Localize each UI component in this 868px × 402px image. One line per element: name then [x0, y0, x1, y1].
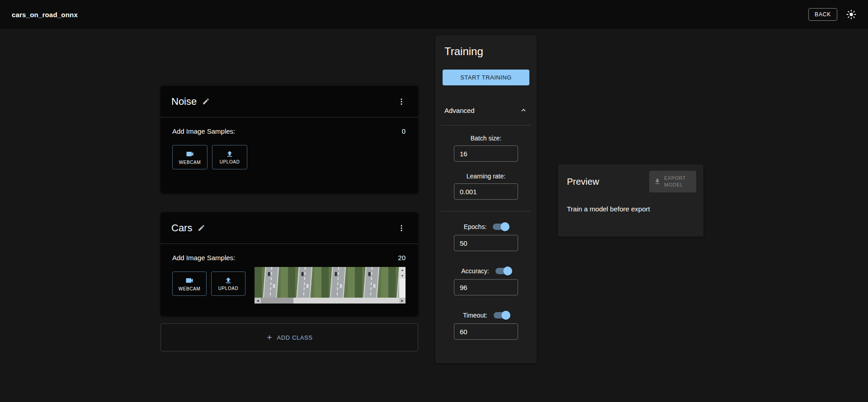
epochs-input[interactable]: [454, 235, 518, 251]
upload-button-label: UPLOAD: [218, 286, 239, 291]
samples-row: Add Image Samples: 0: [172, 127, 406, 135]
advanced-section-toggle[interactable]: Advanced: [435, 106, 537, 114]
horizontal-scrollbar[interactable]: ◀ ▶: [255, 298, 406, 304]
add-class-button[interactable]: ADD CLASS: [160, 323, 418, 351]
start-training-button[interactable]: START TRAINING: [443, 70, 529, 85]
epochs-row: Epochs:: [435, 221, 537, 232]
brightness-icon[interactable]: [846, 9, 856, 19]
accuracy-row: Accuracy:: [435, 266, 537, 276]
timeout-row: Timeout:: [435, 310, 537, 321]
top-bar: cars_on_road_onnx BACK: [0, 0, 868, 29]
kebab-menu-icon[interactable]: [396, 96, 407, 108]
export-label-line2: MODEL: [664, 182, 683, 187]
back-button[interactable]: BACK: [808, 8, 837, 21]
timeout-toggle[interactable]: [494, 312, 509, 318]
training-title: Training: [435, 35, 537, 58]
webcam-button-label: WEBCAM: [179, 160, 201, 165]
learning-rate-label: Learning rate:: [435, 173, 537, 180]
timeout-label: Timeout:: [463, 312, 487, 319]
accuracy-toggle[interactable]: [495, 268, 511, 274]
upload-button[interactable]: UPLOAD: [212, 145, 247, 169]
class-card-noise: Noise Add Image Samples: 0 WEBCAM: [160, 86, 418, 193]
scroll-down-arrow-icon[interactable]: ▼: [399, 273, 406, 279]
scroll-left-arrow-icon[interactable]: ◀: [255, 298, 261, 304]
webcam-button-label: WEBCAM: [179, 286, 201, 291]
batch-size-label: Batch size:: [435, 135, 537, 142]
webcam-button[interactable]: WEBCAM: [172, 271, 207, 296]
divider: [441, 125, 531, 126]
export-label-line1: EXPORT: [664, 175, 686, 181]
samples-count: 0: [402, 127, 406, 135]
download-icon: [654, 178, 661, 185]
add-class-label: ADD CLASS: [277, 334, 312, 341]
samples-count: 20: [398, 254, 406, 262]
preview-hint: Train a model before export: [558, 192, 703, 213]
training-panel: Training START TRAINING Advanced Batch s…: [435, 35, 537, 363]
sample-thumbnail: [355, 267, 388, 298]
add-icon: [266, 334, 273, 341]
videocam-icon: [185, 150, 194, 159]
timeout-input[interactable]: [454, 323, 518, 340]
videocam-icon: [185, 276, 194, 285]
preview-panel: Preview EXPORT MODEL Train a model befor…: [558, 164, 703, 237]
chevron-up-icon: [519, 106, 528, 114]
scroll-up-arrow-icon[interactable]: ▲: [399, 267, 406, 273]
learning-rate-input[interactable]: [454, 183, 518, 200]
class-card-header: Noise: [160, 86, 418, 117]
sample-thumbnail: [288, 267, 321, 298]
sample-thumbnail: [255, 267, 288, 298]
sample-thumbnails: [255, 267, 399, 298]
vertical-scrollbar[interactable]: ▲ ▼: [399, 267, 406, 298]
app: cars_on_road_onnx BACK Noise: [0, 0, 868, 402]
scrollbar-thumb[interactable]: [261, 298, 293, 304]
sample-thumbnail: [321, 267, 355, 298]
class-card-header: Cars: [160, 212, 418, 244]
class-name: Noise: [171, 96, 197, 108]
class-card-cars: Cars Add Image Samples: 20 WEBCAM: [160, 212, 418, 316]
webcam-button[interactable]: WEBCAM: [172, 145, 208, 169]
upload-icon: [226, 150, 234, 158]
project-title: cars_on_road_onnx: [12, 11, 78, 19]
batch-size-input[interactable]: [454, 145, 518, 162]
sample-thumbnail: [388, 267, 399, 298]
epochs-toggle[interactable]: [493, 224, 508, 230]
sample-strip: ▲ ▼ ◀ ▶: [255, 267, 406, 304]
kebab-menu-icon[interactable]: [396, 222, 407, 234]
divider: [441, 211, 531, 211]
class-name: Cars: [171, 222, 192, 234]
export-model-button[interactable]: EXPORT MODEL: [649, 171, 696, 192]
edit-icon[interactable]: [198, 224, 205, 232]
epochs-label: Epochs:: [464, 223, 487, 230]
samples-label: Add Image Samples:: [172, 254, 235, 262]
advanced-label: Advanced: [444, 107, 475, 114]
accuracy-input[interactable]: [454, 279, 518, 295]
scroll-right-arrow-icon[interactable]: ▶: [399, 298, 406, 304]
samples-row: Add Image Samples: 20: [172, 254, 406, 262]
preview-title: Preview: [567, 177, 599, 187]
upload-icon: [224, 276, 232, 285]
edit-icon[interactable]: [202, 98, 210, 105]
samples-label: Add Image Samples:: [172, 127, 235, 135]
upload-button[interactable]: UPLOAD: [211, 271, 245, 296]
accuracy-label: Accuracy:: [461, 267, 489, 275]
upload-button-label: UPLOAD: [220, 159, 240, 164]
